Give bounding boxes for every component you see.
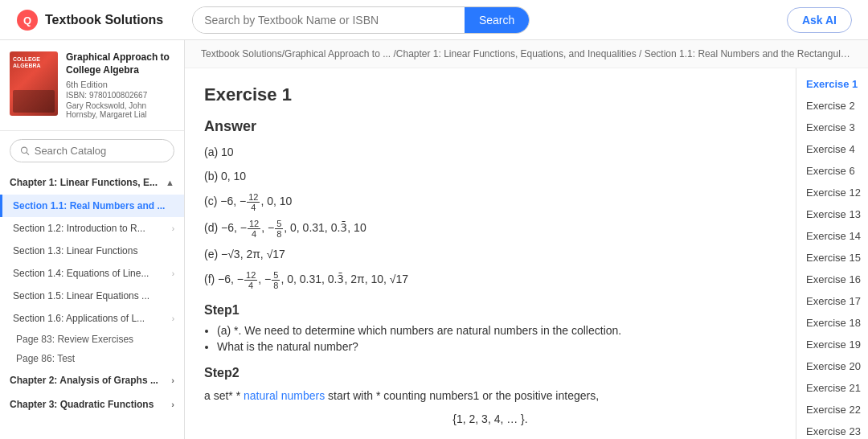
page-86-label: Page 86: Test	[16, 353, 75, 364]
catalog-search[interactable]	[10, 139, 174, 162]
exercise-list-item-14[interactable]: Exercise 14	[796, 225, 868, 247]
exercise-list-item-17[interactable]: Exercise 17	[796, 290, 868, 312]
chapter-3-label: Chapter 3: Quadratic Functions	[10, 399, 154, 410]
answer-f: (f) −6, −124, −58, 0, 0.31, 0.3̄, 2π, 10…	[204, 270, 776, 290]
answer-d: (d) −6, −124, −58, 0, 0.31, 0.3̄, 10	[204, 219, 776, 239]
step2-formula: {1, 2, 3, 4, … }.	[204, 412, 776, 425]
exercise-list-item-6[interactable]: Exercise 6	[796, 160, 868, 182]
exercise-list-item-1[interactable]: Exercise 1	[796, 73, 868, 95]
answer-c: (c) −6, −124, 0, 10	[204, 192, 776, 212]
book-meta: Graphical Approach to College Algebra 6t…	[66, 51, 174, 119]
breadcrumb: Textbook Solutions/Graphical Approach to…	[185, 40, 868, 68]
sidebar: COLLEGEALGEBRA Graphical Approach to Col…	[0, 40, 185, 439]
svg-text:Q: Q	[23, 14, 31, 27]
chapter-1-header[interactable]: Chapter 1: Linear Functions, E... ▲	[0, 170, 184, 195]
answer-e: (e) −√3, 2π, √17	[204, 245, 776, 263]
chapter-list: Chapter 1: Linear Functions, E... ▲ Sect…	[0, 170, 184, 425]
book-authors: Gary Rockswold, John Hornsby, Margaret L…	[66, 101, 174, 119]
chapter-3-chevron: ›	[171, 400, 174, 409]
main-content: Exercise 1 Answer (a) 10 (b) 0, 10 (c) −…	[185, 68, 796, 439]
chapter-2-chevron: ›	[171, 375, 174, 385]
section-1-1-label: Section 1.1: Real Numbers and ...	[13, 200, 165, 211]
exercise-list-item-16[interactable]: Exercise 16	[796, 269, 868, 290]
search-input[interactable]	[193, 7, 465, 33]
exercise-list-item-18[interactable]: Exercise 18	[796, 312, 868, 334]
logo-icon: Q	[16, 9, 39, 31]
chapter-2-header[interactable]: Chapter 2: Analysis of Graphs ... ›	[0, 368, 184, 392]
section-1-1[interactable]: Section 1.1: Real Numbers and ...	[0, 195, 184, 217]
chapter-1-chevron: ▲	[166, 178, 174, 187]
exercise-list-item-13[interactable]: Exercise 13	[796, 203, 868, 225]
answer-title: Answer	[204, 118, 776, 135]
page-83[interactable]: Page 83: Review Exercises	[0, 330, 184, 349]
section-1-4-chevron: ›	[172, 269, 174, 278]
chapter-1-label: Chapter 1: Linear Functions, E...	[10, 177, 158, 188]
exercise-list-item-23[interactable]: Exercise 23	[796, 421, 868, 439]
section-1-2[interactable]: Section 1.2: Introduction to R... ›	[0, 217, 184, 240]
section-1-2-label: Section 1.2: Introduction to R...	[13, 223, 145, 234]
chapter-3-header[interactable]: Chapter 3: Quadratic Functions ›	[0, 392, 184, 416]
svg-point-2	[21, 147, 27, 153]
logo-area: Q Textbook Solutions	[16, 9, 163, 31]
exercise-list: Exercise 1 Exercise 2 Exercise 3 Exercis…	[796, 68, 868, 439]
exercise-list-item-21[interactable]: Exercise 21	[796, 377, 868, 399]
exercise-list-item-2[interactable]: Exercise 2	[796, 95, 868, 117]
app-title: Textbook Solutions	[45, 13, 163, 27]
book-cover-label: COLLEGEALGEBRA	[13, 56, 55, 70]
section-1-2-chevron: ›	[172, 224, 174, 233]
book-title: Graphical Approach to College Algebra	[66, 51, 174, 76]
section-1-6-label: Section 1.6: Applications of L...	[13, 313, 145, 324]
book-cover: COLLEGEALGEBRA	[10, 51, 58, 116]
exercise-list-item-19[interactable]: Exercise 19	[796, 334, 868, 355]
section-1-5-label: Section 1.5: Linear Equations ...	[13, 290, 149, 302]
exercise-list-item-15[interactable]: Exercise 15	[796, 247, 868, 269]
page-86[interactable]: Page 86: Test	[0, 349, 184, 368]
section-1-3-label: Section 1.3: Linear Functions	[13, 245, 137, 256]
answer-a: (a) 10	[204, 143, 776, 161]
header-search[interactable]: Search	[192, 6, 530, 34]
header: Q Textbook Solutions Search Ask AI	[0, 0, 868, 40]
search-icon	[20, 146, 30, 156]
exercise-list-item-4[interactable]: Exercise 4	[796, 138, 868, 160]
natural-numbers-link[interactable]: natural numbers	[244, 389, 325, 402]
page-83-label: Page 83: Review Exercises	[16, 334, 133, 345]
main-layout: COLLEGEALGEBRA Graphical Approach to Col…	[0, 40, 868, 439]
step1-title: Step1	[204, 303, 776, 318]
book-isbn: ISBN: 9780100802667	[66, 91, 174, 100]
section-1-5[interactable]: Section 1.5: Linear Equations ...	[0, 285, 184, 307]
answer-b: (b) 0, 10	[204, 167, 776, 185]
section-1-6-chevron: ›	[172, 314, 174, 323]
exercise-title: Exercise 1	[204, 84, 776, 105]
section-1-4[interactable]: Section 1.4: Equations of Line... ›	[0, 262, 184, 285]
book-info: COLLEGEALGEBRA Graphical Approach to Col…	[0, 40, 184, 131]
book-edition: 6th Edition	[66, 80, 174, 89]
section-1-6[interactable]: Section 1.6: Applications of L... ›	[0, 307, 184, 330]
step1-bullet-2: What is the natural number?	[217, 340, 776, 353]
book-cover-graphic	[13, 90, 55, 113]
exercise-list-item-3[interactable]: Exercise 3	[796, 117, 868, 138]
section-1-4-label: Section 1.4: Equations of Line...	[13, 268, 149, 279]
exercise-list-item-22[interactable]: Exercise 22	[796, 399, 868, 421]
chapter-2-label: Chapter 2: Analysis of Graphs ...	[10, 375, 158, 386]
step1-list: (a) *. We need to determine which number…	[217, 324, 776, 353]
exercise-list-item-20[interactable]: Exercise 20	[796, 355, 868, 377]
ask-ai-button[interactable]: Ask AI	[787, 7, 852, 33]
chapter-1-sections: Section 1.1: Real Numbers and ... Sectio…	[0, 195, 184, 368]
catalog-search-input[interactable]	[35, 145, 164, 157]
step2-content: a set* * natural numbers start with * co…	[204, 387, 776, 404]
search-button[interactable]: Search	[465, 7, 529, 33]
exercise-list-item-12[interactable]: Exercise 12	[796, 182, 868, 203]
svg-line-3	[27, 153, 29, 155]
step2-title: Step2	[204, 366, 776, 380]
section-1-3[interactable]: Section 1.3: Linear Functions	[0, 240, 184, 262]
step1-bullet-1: (a) *. We need to determine which number…	[217, 324, 776, 337]
